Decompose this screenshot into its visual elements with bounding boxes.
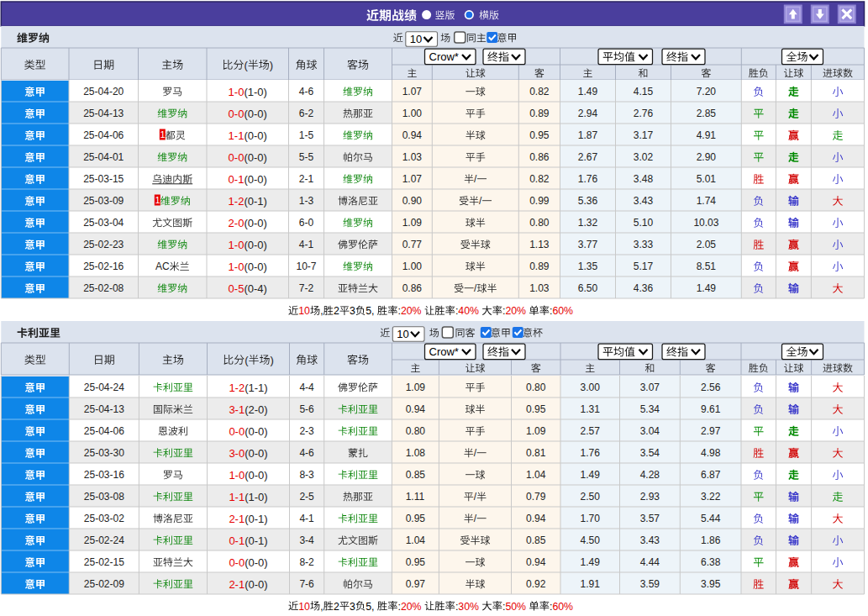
svg-text:0.94: 0.94: [526, 513, 546, 524]
svg-text:1-0: 1-0: [229, 239, 245, 251]
svg-text:1.13: 1.13: [529, 239, 550, 250]
svg-text:3-1: 3-1: [229, 403, 245, 416]
svg-text:5-5: 5-5: [299, 151, 314, 163]
svg-text:4-6: 4-6: [299, 86, 314, 97]
svg-text:): ): [270, 59, 273, 71]
svg-text:6.87: 6.87: [701, 469, 721, 481]
svg-text:0.89: 0.89: [529, 261, 550, 272]
svg-text:25-04-06: 25-04-06: [83, 129, 124, 141]
svg-text:60%: 60%: [552, 601, 573, 613]
svg-text:25-03-02: 25-03-02: [84, 513, 124, 524]
svg-text:2: 2: [334, 601, 339, 613]
svg-text:4.50: 4.50: [581, 534, 601, 546]
svg-text:1.09: 1.09: [406, 382, 426, 393]
svg-text:50%: 50%: [505, 601, 526, 613]
svg-text:(0-0): (0-0): [245, 447, 267, 460]
svg-text:0.80: 0.80: [529, 217, 550, 229]
svg-text:5.36: 5.36: [578, 195, 598, 207]
svg-text:25-02-15: 25-02-15: [84, 556, 124, 568]
svg-text:0-1: 0-1: [229, 173, 245, 186]
svg-text:3.43: 3.43: [640, 534, 660, 546]
svg-text:0.86: 0.86: [529, 151, 550, 163]
svg-text:1-1: 1-1: [229, 491, 245, 503]
svg-text:1.32: 1.32: [578, 217, 598, 229]
svg-text:25-04-06: 25-04-06: [84, 425, 124, 437]
svg-text:(0-0): (0-0): [244, 129, 266, 142]
svg-text:(0-0): (0-0): [245, 556, 267, 569]
svg-text:25-02-23: 25-02-23: [83, 239, 124, 250]
svg-text:1-1: 1-1: [229, 129, 245, 142]
svg-text:3.48: 3.48: [634, 173, 654, 185]
svg-text:1-2: 1-2: [229, 382, 245, 394]
svg-text:0.95: 0.95: [529, 129, 550, 141]
svg-text:2-3: 2-3: [299, 425, 314, 437]
svg-text:10: 10: [397, 328, 408, 340]
svg-text:(0-0): (0-0): [244, 261, 266, 273]
svg-text:1.03: 1.03: [529, 282, 550, 294]
svg-text:1.87: 1.87: [578, 129, 598, 141]
svg-text:2.85: 2.85: [697, 108, 717, 119]
svg-text:3.07: 3.07: [640, 382, 660, 393]
svg-text:2-0: 2-0: [229, 217, 245, 229]
svg-text:): ): [271, 354, 274, 366]
svg-text:3.33: 3.33: [634, 239, 654, 250]
svg-text:1.09: 1.09: [526, 425, 546, 437]
svg-text:3.00: 3.00: [581, 382, 601, 393]
svg-text:(0-0): (0-0): [245, 425, 267, 438]
svg-text:25-03-30: 25-03-30: [84, 447, 124, 459]
svg-text:0.77: 0.77: [402, 239, 423, 250]
svg-text:25-02-16: 25-02-16: [83, 261, 124, 272]
svg-text:0.95: 0.95: [526, 403, 546, 415]
svg-text:1-2: 1-2: [229, 195, 245, 208]
svg-text:25-04-20: 25-04-20: [83, 86, 124, 97]
svg-text:(0-1): (0-1): [245, 513, 267, 525]
svg-text:0.82: 0.82: [529, 173, 550, 185]
svg-text:(0-0): (0-0): [245, 469, 267, 482]
svg-text:1.31: 1.31: [581, 403, 601, 415]
svg-text:(0-0): (0-0): [244, 217, 266, 229]
svg-text:0-0: 0-0: [229, 151, 245, 164]
svg-text:3: 3: [350, 601, 355, 613]
svg-text:3.22: 3.22: [701, 491, 721, 503]
svg-text:10-7: 10-7: [297, 261, 317, 272]
svg-text:6.50: 6.50: [578, 282, 598, 294]
svg-text:0-0: 0-0: [229, 108, 245, 120]
svg-text:3-0: 3-0: [229, 447, 245, 460]
svg-text:1-5: 1-5: [299, 129, 314, 141]
svg-text:1.08: 1.08: [406, 447, 426, 459]
svg-text:3-4: 3-4: [299, 534, 314, 546]
svg-text:4.98: 4.98: [701, 447, 721, 459]
svg-text:20%: 20%: [401, 305, 422, 317]
svg-text:1.07: 1.07: [402, 86, 423, 97]
svg-text:25-03-08: 25-03-08: [84, 491, 124, 503]
svg-text:1: 1: [155, 195, 160, 205]
svg-text:(0-0): (0-0): [244, 108, 266, 120]
svg-text:1.49: 1.49: [697, 282, 717, 294]
svg-text:1.04: 1.04: [526, 469, 546, 481]
svg-text:2-5: 2-5: [299, 491, 314, 503]
svg-text:3.77: 3.77: [578, 239, 598, 250]
svg-text:3.04: 3.04: [640, 425, 660, 437]
svg-text:20%: 20%: [505, 305, 526, 317]
svg-text:1: 1: [160, 129, 166, 140]
svg-text:2-1: 2-1: [229, 513, 245, 525]
svg-text:0-1: 0-1: [229, 534, 245, 547]
svg-text:25-03-16: 25-03-16: [84, 469, 124, 481]
svg-text:2.57: 2.57: [581, 425, 601, 437]
svg-text:5.17: 5.17: [634, 261, 654, 272]
svg-text:2.67: 2.67: [578, 151, 598, 163]
svg-text:0.92: 0.92: [526, 578, 546, 590]
svg-text:0.81: 0.81: [526, 447, 546, 459]
svg-text:25-02-08: 25-02-08: [83, 282, 124, 294]
svg-text:4.15: 4.15: [634, 86, 654, 97]
svg-text:7-6: 7-6: [299, 578, 314, 590]
svg-text:2.97: 2.97: [701, 425, 721, 437]
svg-text:1.49: 1.49: [578, 86, 598, 97]
svg-text:0.85: 0.85: [526, 534, 546, 546]
svg-text:0.94: 0.94: [526, 556, 546, 568]
svg-text:25-04-24: 25-04-24: [84, 382, 124, 393]
svg-text:(0-0): (0-0): [244, 173, 266, 186]
svg-text:(0-0): (0-0): [244, 239, 266, 251]
svg-text:2.93: 2.93: [640, 491, 660, 503]
svg-text:1.49: 1.49: [581, 556, 601, 568]
